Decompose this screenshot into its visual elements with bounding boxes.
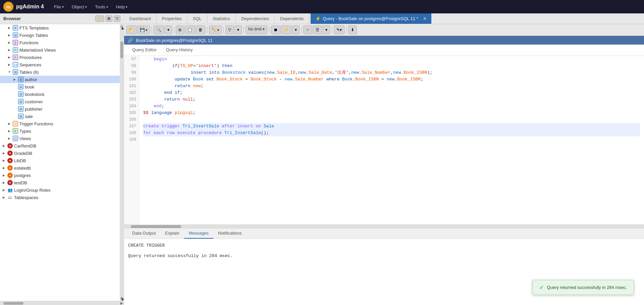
- tab-query[interactable]: ⚡ Query - BookSale on postgres@PostgreSQ…: [311, 13, 431, 24]
- tree-item-procedures[interactable]: ▶ ⊙ Procedures: [0, 54, 120, 61]
- scroll-down-icon[interactable]: ▼: [120, 297, 123, 300]
- tree-item-carrentdb[interactable]: ▶ ● CarRentDB: [0, 142, 120, 149]
- tab-query-editor[interactable]: Query Editor: [127, 45, 161, 56]
- tree-item-bookstock[interactable]: ▤ bookstock: [0, 90, 120, 98]
- tree-item-trigger-functions[interactable]: ▶ ⚡ Trigger Functions: [0, 120, 120, 127]
- code-line-107[interactable]: create trigger Tri_InsertSale after inse…: [143, 123, 640, 130]
- tree-arrow-login-group-roles: ▶: [3, 188, 7, 192]
- tab-statistics[interactable]: Statistics: [207, 13, 236, 24]
- code-line-104[interactable]: end;: [143, 103, 640, 110]
- tree-item-sequences[interactable]: ▶ 1.3 Sequences: [0, 61, 120, 68]
- tree-item-functions[interactable]: ▶ {} Functions: [0, 39, 120, 46]
- toolbar-find-arrow-btn[interactable]: ▾: [165, 25, 172, 34]
- scroll-up-icon[interactable]: ▲: [120, 25, 123, 28]
- toolbar-panel-arrow-btn[interactable]: ▾: [323, 25, 330, 34]
- tab-messages[interactable]: Messages: [184, 228, 213, 239]
- toolbar-open-btn[interactable]: 📂: [126, 25, 137, 34]
- toolbar-edit-btn[interactable]: ✏️ ▾: [209, 25, 222, 34]
- code-line-103[interactable]: return null;: [143, 96, 640, 103]
- code-line-97[interactable]: begin: [143, 56, 640, 63]
- tree-item-publisher[interactable]: ▤ publisher: [0, 105, 120, 113]
- tree-item-postgres[interactable]: ▶ ● postgres: [0, 172, 120, 179]
- tab-dependents[interactable]: Dependents: [275, 13, 309, 24]
- toolbar-explain-btn[interactable]: ☞: [303, 25, 312, 34]
- tree-item-gradedb[interactable]: ▶ ● GradeDB: [0, 149, 120, 157]
- tab-properties[interactable]: Properties: [157, 13, 187, 24]
- code-lines[interactable]: begin if(TG_OP='insert') then insert int…: [139, 56, 644, 225]
- code-line-102[interactable]: end if;: [143, 89, 640, 96]
- toolbar-save-btn[interactable]: 💾 ▾: [137, 25, 150, 34]
- tree-item-fts-templates[interactable]: ▶ ⊞ FTS Templates: [0, 24, 120, 32]
- tree-item-libdb[interactable]: ▶ ● LibDB: [0, 157, 120, 164]
- tab-notifications[interactable]: Notifications: [213, 228, 247, 239]
- code-line-98[interactable]: if(TG_OP='insert') then: [143, 63, 640, 69]
- sidebar-filter-btn[interactable]: ▽: [114, 15, 120, 22]
- tree-icon-estatedb: ●: [7, 165, 13, 171]
- toolbar-format-btn[interactable]: ✎▾: [334, 25, 344, 34]
- toolbar-stop-btn[interactable]: ⏹: [271, 25, 280, 34]
- tree-item-materialized-views[interactable]: ▶ ⊡ Materialized Views: [0, 46, 120, 54]
- tree-icon-customer: ▤: [18, 99, 23, 104]
- menu-file[interactable]: File ▾: [51, 3, 67, 11]
- tree-arrow-functions: ▶: [8, 41, 13, 44]
- tree-label-tables: Tables (6): [19, 70, 39, 75]
- tree-item-tables[interactable]: ▼ ▤ Tables (6): [0, 68, 120, 76]
- toolbar-sep-8: [332, 26, 332, 33]
- code-line-108[interactable]: for each row execute procedure Tri_Inser…: [143, 130, 640, 136]
- sidebar-scrollbar-thumb[interactable]: [120, 42, 123, 58]
- tree-item-types[interactable]: ▶ ⊚ Types: [0, 127, 120, 135]
- sidebar-expand-icon[interactable]: ▶: [120, 301, 124, 305]
- code-line-106[interactable]: [143, 116, 640, 123]
- tab-dashboard[interactable]: Dashboard: [124, 13, 157, 24]
- tree-item-testdb[interactable]: ▶ ● testDB: [0, 179, 120, 186]
- code-line-105[interactable]: $$ language plpgsql;: [143, 110, 640, 116]
- sidebar-grid-btn[interactable]: ⊞: [105, 15, 112, 22]
- toolbar-limit-select[interactable]: No limit ▾: [246, 25, 267, 34]
- tree-item-estatedb[interactable]: ▶ ● estatedb: [0, 164, 120, 172]
- code-line-109[interactable]: [143, 136, 640, 143]
- tree-item-foreign-tables[interactable]: ▶ ▤ Foreign Tables: [0, 32, 120, 39]
- menu-tools[interactable]: Tools ▾: [92, 3, 111, 11]
- tree-item-tablespaces[interactable]: ▶ 🗂 Tablespaces: [0, 194, 120, 201]
- line-number-98: 98: [127, 63, 136, 69]
- toolbar-run-btn[interactable]: ⚡: [281, 25, 291, 34]
- query-tab-close-icon[interactable]: ✕: [423, 16, 427, 21]
- toolbar-copy-btn[interactable]: ⧉: [176, 25, 184, 34]
- code-line-101[interactable]: return new;: [143, 83, 640, 89]
- tab-sql[interactable]: SQL: [187, 13, 207, 24]
- tree-item-book[interactable]: ▤ book: [0, 83, 120, 90]
- app-logo: pg pgAdmin 4: [3, 2, 44, 12]
- tree-item-author[interactable]: ▶ ▤ author: [0, 76, 120, 83]
- tab-data-output[interactable]: Data Output: [127, 228, 160, 239]
- toolbar-filter-btn[interactable]: ▽: [225, 25, 234, 34]
- toolbar-paste-btn[interactable]: 📋: [185, 25, 195, 34]
- toolbar-filter-arrow-btn[interactable]: ▾: [234, 25, 242, 34]
- sidebar-refresh-btn[interactable]: ⚡: [95, 15, 104, 22]
- line-number-103: 103: [127, 96, 136, 103]
- code-line-99[interactable]: insert into Bookstock values(new.Sale_ID…: [143, 69, 640, 76]
- toolbar-panel-btn[interactable]: ☰: [313, 25, 322, 34]
- toolbar-run-arrow-btn[interactable]: ▾: [292, 25, 300, 34]
- tree-item-views[interactable]: ▶ ◫ Views: [0, 135, 120, 142]
- menu-object[interactable]: Object ▾: [68, 3, 91, 11]
- scrollbar-thumb[interactable]: [131, 225, 181, 228]
- tree-item-login-group-roles[interactable]: ▶ 👥 Login/Group Roles: [0, 186, 120, 194]
- tab-query-history[interactable]: Query History: [161, 45, 197, 56]
- line-numbers: 979899100101102103104105106107108109: [124, 56, 139, 225]
- tree-item-customer[interactable]: ▤ customer: [0, 98, 120, 105]
- code-editor[interactable]: 979899100101102103104105106107108109 beg…: [124, 56, 644, 228]
- tab-explain[interactable]: Explain: [160, 228, 184, 239]
- horizontal-scrollbar[interactable]: [124, 225, 644, 228]
- toolbar-find-btn[interactable]: 🔍: [154, 25, 164, 34]
- code-line-100[interactable]: update Book set Book_Stock = Book_Stock …: [143, 76, 640, 83]
- toolbar-download-btn[interactable]: ⬇: [348, 25, 357, 34]
- toolbar-sep-5: [244, 26, 244, 33]
- menu-help[interactable]: Help ▾: [113, 3, 131, 11]
- tree-item-sale[interactable]: ▤ sale: [0, 113, 120, 120]
- line-number-102: 102: [127, 89, 136, 96]
- code-content[interactable]: 979899100101102103104105106107108109 beg…: [124, 56, 644, 225]
- tree-arrow-estatedb: ▶: [3, 166, 7, 170]
- toolbar-delete-btn[interactable]: 🗑: [196, 25, 205, 34]
- sidebar-hscrollbar-thumb[interactable]: [3, 302, 23, 305]
- tab-dependencies[interactable]: Dependencies: [236, 13, 275, 24]
